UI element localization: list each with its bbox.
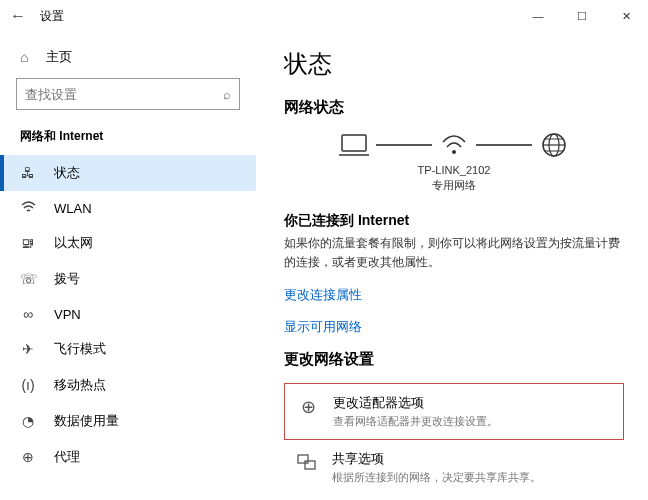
sidebar-item-vpn[interactable]: ∞ VPN	[0, 297, 256, 331]
diagram-device-name: TP-LINK_2102	[284, 163, 624, 178]
connected-title: 你已连接到 Internet	[284, 212, 624, 230]
window-controls: — ☐ ✕	[516, 0, 648, 32]
sidebar: ⌂ 主页 ⌕ 网络和 Internet 🖧 状态 WLAN 🖳 以太网 ☏	[0, 32, 256, 500]
globe-icon	[538, 131, 570, 159]
sidebar-item-airplane[interactable]: ✈ 飞行模式	[0, 331, 256, 367]
close-button[interactable]: ✕	[604, 0, 648, 32]
back-icon[interactable]: ←	[10, 7, 26, 25]
section-network-status: 网络状态	[284, 98, 624, 117]
svg-rect-0	[342, 135, 366, 151]
diagram-caption: TP-LINK_2102 专用网络	[284, 163, 624, 194]
hotspot-icon: (ı)	[20, 377, 36, 393]
sidebar-item-label: 飞行模式	[54, 340, 106, 358]
card-title: 共享选项	[332, 450, 541, 468]
home-label: 主页	[46, 48, 72, 66]
search-icon: ⌕	[223, 87, 231, 102]
sidebar-item-hotspot[interactable]: (ı) 移动热点	[0, 367, 256, 403]
sidebar-item-wlan[interactable]: WLAN	[0, 191, 256, 225]
minimize-button[interactable]: —	[516, 0, 560, 32]
home-icon: ⌂	[20, 49, 28, 65]
sidebar-item-label: VPN	[54, 307, 81, 322]
card-adapter-options[interactable]: ⊕ 更改适配器选项 查看网络适配器并更改连接设置。	[284, 383, 624, 440]
adapter-options-icon: ⊕	[297, 394, 319, 418]
dialup-icon: ☏	[20, 271, 36, 287]
computer-icon	[338, 131, 370, 159]
diagram-line	[476, 144, 532, 146]
airplane-icon: ✈	[20, 341, 36, 357]
sidebar-item-datausage[interactable]: ◔ 数据使用量	[0, 403, 256, 439]
data-usage-icon: ◔	[20, 413, 36, 429]
connected-description: 如果你的流量套餐有限制，则你可以将此网络设置为按流量计费的连接，或者更改其他属性…	[284, 234, 624, 272]
sharing-options-icon	[296, 450, 318, 477]
card-subtitle: 查看网络适配器并更改连接设置。	[333, 414, 498, 429]
maximize-button[interactable]: ☐	[560, 0, 604, 32]
network-diagram	[284, 131, 624, 159]
proxy-icon: ⊕	[20, 449, 36, 465]
sidebar-item-label: 状态	[54, 164, 80, 182]
wifi-icon	[20, 200, 36, 216]
status-icon: 🖧	[20, 165, 36, 181]
card-sharing-options[interactable]: 共享选项 根据所连接到的网络，决定要共享库共享。	[284, 440, 624, 495]
diagram-line	[376, 144, 432, 146]
sidebar-item-label: 代理	[54, 448, 80, 466]
card-title: 更改适配器选项	[333, 394, 498, 412]
link-change-connection-properties[interactable]: 更改连接属性	[284, 286, 624, 304]
diagram-network-type: 专用网络	[284, 178, 624, 193]
svg-rect-8	[298, 455, 308, 463]
sidebar-item-dialup[interactable]: ☏ 拨号	[0, 261, 256, 297]
router-wifi-icon	[438, 131, 470, 159]
search-input[interactable]	[25, 87, 223, 102]
page-title: 状态	[284, 48, 624, 80]
sidebar-item-ethernet[interactable]: 🖳 以太网	[0, 225, 256, 261]
titlebar: ← 设置 — ☐ ✕	[0, 0, 648, 32]
search-box[interactable]: ⌕	[16, 78, 240, 110]
svg-rect-9	[305, 461, 315, 469]
vpn-icon: ∞	[20, 306, 36, 322]
section-change-network-settings: 更改网络设置	[284, 350, 624, 369]
sidebar-item-label: 数据使用量	[54, 412, 119, 430]
sidebar-home[interactable]: ⌂ 主页	[0, 42, 256, 78]
sidebar-item-status[interactable]: 🖧 状态	[0, 155, 256, 191]
sidebar-item-label: 以太网	[54, 234, 93, 252]
sidebar-item-label: WLAN	[54, 201, 92, 216]
ethernet-icon: 🖳	[20, 235, 36, 251]
sidebar-item-proxy[interactable]: ⊕ 代理	[0, 439, 256, 475]
card-subtitle: 根据所连接到的网络，决定要共享库共享。	[332, 470, 541, 485]
sidebar-item-label: 移动热点	[54, 376, 106, 394]
link-show-available-networks[interactable]: 显示可用网络	[284, 318, 624, 336]
sidebar-section-label: 网络和 Internet	[0, 124, 256, 155]
content-area: 状态 网络状态 TP-LINK_2102 专用网络 你已连接到 Internet…	[256, 32, 648, 500]
svg-point-2	[452, 150, 456, 154]
sidebar-item-label: 拨号	[54, 270, 80, 288]
window-title: 设置	[40, 8, 64, 25]
